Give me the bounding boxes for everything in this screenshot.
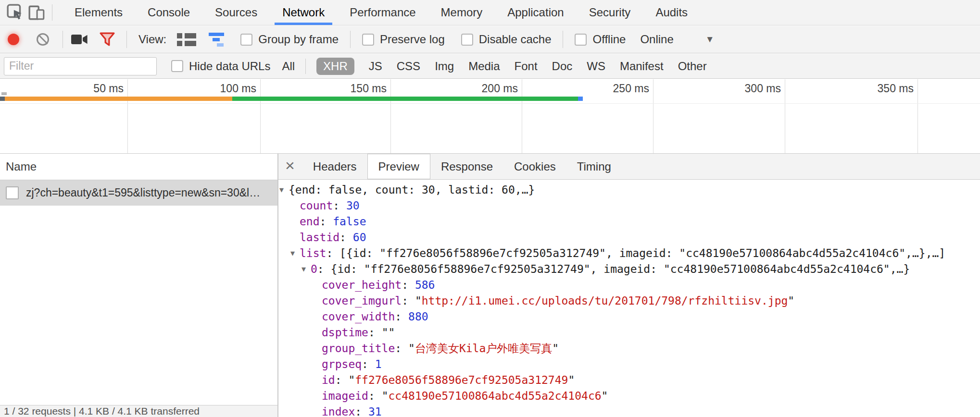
expand-arrow-icon[interactable]: ▼ — [302, 261, 306, 277]
request-row[interactable]: zj?ch=beauty&t1=595&listtype=new&sn=30&l… — [0, 180, 277, 206]
request-detail-panel: × HeadersPreviewResponseCookiesTiming ▼{… — [278, 154, 980, 417]
json-num: 60 — [353, 231, 366, 244]
timeline-tick-label: 350 ms — [837, 82, 914, 95]
clear-icon[interactable] — [37, 33, 49, 46]
timeline-tick-label: 200 ms — [441, 82, 518, 95]
tab-network[interactable]: Network — [270, 0, 337, 25]
filter-bar: Hide data URLs AllXHRJSCSSImgMediaFontDo… — [0, 54, 980, 79]
detail-tab-preview[interactable]: Preview — [367, 154, 430, 179]
json-num: false — [333, 215, 366, 228]
chevron-down-icon: ▼ — [705, 34, 715, 45]
filter-type-img[interactable]: Img — [435, 60, 454, 73]
checkbox-box[interactable] — [362, 34, 374, 46]
network-toolbar: View: Group by frame Preserve log Disabl… — [0, 26, 980, 53]
filter-type-js[interactable]: JS — [369, 60, 382, 73]
json-key: id — [322, 374, 335, 386]
detail-tab-cookies[interactable]: Cookies — [503, 154, 566, 179]
network-conditions-select[interactable]: Online ▼ — [640, 33, 714, 46]
json-plain: " — [602, 390, 608, 402]
inspect-element-icon[interactable] — [5, 2, 26, 23]
json-plain: : — [333, 199, 346, 212]
record-icon[interactable] — [8, 34, 19, 45]
json-key: end — [300, 215, 320, 228]
tab-sources[interactable]: Sources — [202, 0, 270, 25]
tab-application[interactable]: Application — [495, 0, 576, 25]
json-num: 586 — [415, 279, 435, 291]
disable-cache-checkbox[interactable]: Disable cache — [461, 33, 552, 46]
resource-type-filters: AllXHRJSCSSImgMediaFontDocWSManifestOthe… — [270, 58, 706, 75]
preview-line: cover_imgurl: "http://i1.umei.cc/uploads… — [278, 293, 980, 309]
detail-tab-timing[interactable]: Timing — [566, 154, 622, 179]
waterfall-view-icon[interactable] — [209, 33, 228, 47]
detail-tab-response[interactable]: Response — [430, 154, 503, 179]
checkbox-box[interactable] — [240, 34, 252, 46]
json-plain: " — [382, 390, 389, 402]
json-key: group_title — [322, 342, 395, 355]
detail-tab-headers[interactable]: Headers — [302, 154, 367, 179]
offline-checkbox[interactable]: Offline — [575, 33, 626, 46]
name-column-header[interactable]: Name — [0, 154, 277, 180]
expand-arrow-icon[interactable]: ▼ — [279, 182, 284, 198]
request-name: zj?ch=beauty&t1=595&listtype=new&sn=30&l… — [26, 186, 260, 199]
json-plain: : — [402, 294, 415, 307]
overview-minor-request-bar — [1, 92, 7, 95]
filter-type-media[interactable]: Media — [468, 60, 500, 73]
close-icon[interactable]: × — [278, 156, 302, 177]
checkbox-box[interactable] — [575, 34, 587, 46]
json-preview-tree: ▼{end: false, count: 30, lastid: 60,…}co… — [278, 180, 980, 417]
checkbox-box[interactable] — [461, 34, 473, 46]
preview-line[interactable]: ▼list: [{id: "ff276e8056f58896e7cf92505a… — [278, 245, 980, 261]
filter-type-font[interactable]: Font — [515, 60, 538, 73]
hide-data-urls-checkbox[interactable]: Hide data URLs — [171, 60, 270, 73]
json-plain: {end: false, count: 30, lastid: 60,…} — [289, 184, 535, 196]
expand-arrow-icon[interactable]: ▼ — [290, 245, 295, 261]
json-str: 台湾美女Kila户外唯美写真 — [415, 342, 552, 355]
json-num: 880 — [408, 310, 428, 323]
json-plain: " — [552, 342, 559, 355]
preserve-log-label: Preserve log — [380, 33, 445, 46]
filter-type-doc[interactable]: Doc — [552, 60, 573, 73]
timeline-overview[interactable]: 50 ms100 ms150 ms200 ms250 ms300 ms350 m… — [0, 79, 980, 154]
requests-summary: 1 / 32 requests | 4.1 KB / 4.1 KB transf… — [4, 405, 200, 417]
group-by-frame-checkbox[interactable]: Group by frame — [240, 33, 339, 46]
filter-type-manifest[interactable]: Manifest — [620, 60, 664, 73]
tab-console[interactable]: Console — [135, 0, 202, 25]
timeline-gridline — [653, 79, 653, 153]
json-plain: : — [320, 215, 333, 228]
json-key: cover_height — [322, 279, 402, 291]
json-key: lastid — [300, 231, 339, 244]
device-toolbar-icon[interactable] — [26, 2, 47, 23]
json-plain: : — [339, 231, 353, 244]
filter-type-other[interactable]: Other — [678, 60, 707, 73]
json-plain: : [{id: "ff276e8056f58896e7cf92505a31274… — [326, 247, 945, 259]
timeline-gridline — [522, 79, 522, 153]
filter-type-xhr[interactable]: XHR — [316, 58, 354, 75]
camera-icon[interactable] — [69, 29, 90, 50]
filter-type-ws[interactable]: WS — [587, 60, 605, 73]
tool-icons — [0, 0, 62, 25]
json-plain: " — [348, 374, 355, 386]
filter-funnel-icon[interactable] — [97, 29, 118, 50]
tab-memory[interactable]: Memory — [428, 0, 495, 25]
offline-label: Offline — [592, 33, 626, 46]
timeline-tick-label: 150 ms — [310, 82, 387, 95]
preview-line[interactable]: ▼{end: false, count: 30, lastid: 60,…} — [278, 182, 980, 198]
preview-line: count: 30 — [278, 198, 980, 214]
tab-audits[interactable]: Audits — [643, 0, 700, 25]
list-view-icon[interactable] — [177, 33, 196, 46]
filter-type-css[interactable]: CSS — [397, 60, 420, 73]
tab-security[interactable]: Security — [577, 0, 643, 25]
preserve-log-checkbox[interactable]: Preserve log — [362, 33, 445, 46]
tab-elements[interactable]: Elements — [62, 0, 135, 25]
preview-line: group_title: "台湾美女Kila户外唯美写真" — [278, 341, 980, 356]
filter-input[interactable] — [4, 57, 157, 75]
tab-performance[interactable]: Performance — [337, 0, 428, 25]
json-plain: : {id: "ff276e8056f58896e7cf92505a312749… — [317, 263, 910, 275]
checkbox-box[interactable] — [171, 60, 183, 72]
timeline-tick-label: 50 ms — [47, 82, 124, 95]
filter-type-all[interactable]: All — [282, 60, 295, 73]
requests-panel: Name zj?ch=beauty&t1=595&listtype=new&sn… — [0, 154, 277, 417]
preview-line[interactable]: ▼0: {id: "ff276e8056f58896e7cf92505a3127… — [278, 261, 980, 277]
document-icon — [6, 186, 19, 199]
json-key: index — [322, 405, 355, 417]
